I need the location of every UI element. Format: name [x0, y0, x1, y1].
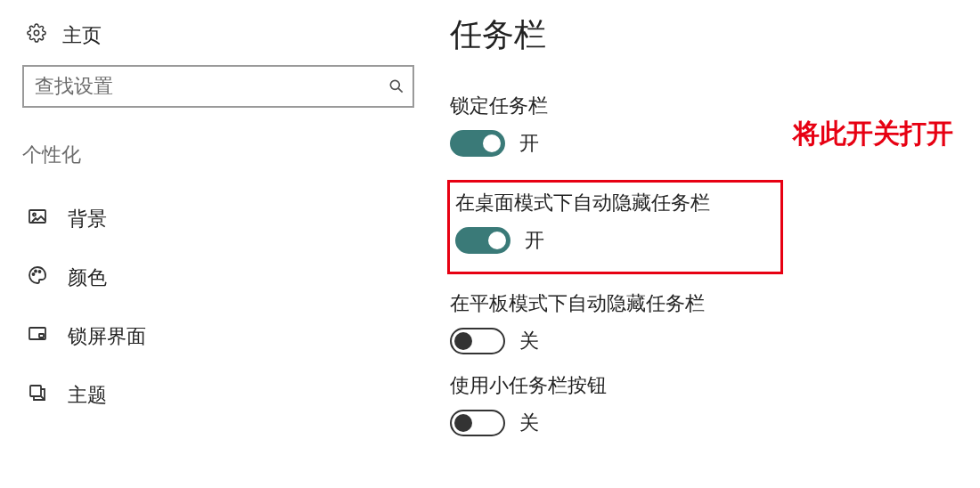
sidebar-item-label: 主题 [68, 382, 107, 409]
sidebar-item-label: 背景 [68, 206, 107, 232]
sidebar-home[interactable]: 主页 [22, 13, 410, 65]
picture-icon [27, 206, 48, 232]
toggle-lock-taskbar[interactable] [450, 130, 505, 157]
toggle-autohide-tablet[interactable] [450, 328, 505, 354]
svg-rect-9 [39, 334, 44, 338]
toggle-autohide-desktop[interactable] [455, 227, 510, 254]
toggle-small-buttons[interactable] [450, 410, 505, 436]
toggle-state-text: 关 [519, 410, 539, 436]
setting-lock-taskbar: 锁定任务栏 开 [437, 85, 768, 167]
main-content: 任务栏 将此开关打开 锁定任务栏 开 在桌面模式下自动隐藏任务栏 开 在平板模式… [437, 0, 980, 488]
toggle-state-text: 开 [525, 227, 544, 254]
sidebar-item-background[interactable]: 背景 [22, 190, 410, 248]
lockscreen-icon [27, 323, 48, 350]
settings-sidebar: 主页 个性化 背景 [0, 0, 437, 488]
themes-icon [27, 382, 48, 409]
setting-label: 锁定任务栏 [450, 93, 755, 119]
highlight-box: 在桌面模式下自动隐藏任务栏 开 [447, 180, 783, 274]
search-container [22, 65, 414, 108]
svg-point-7 [39, 271, 41, 272]
sidebar-item-lockscreen[interactable]: 锁屏界面 [22, 307, 410, 366]
annotation-text: 将此开关打开 [793, 116, 953, 152]
setting-label: 在桌面模式下自动隐藏任务栏 [455, 190, 768, 216]
setting-label: 使用小任务栏按钮 [450, 372, 755, 399]
search-icon[interactable] [388, 65, 405, 108]
sidebar-item-label: 锁屏界面 [68, 323, 146, 350]
svg-point-0 [34, 30, 39, 36]
search-input[interactable] [22, 65, 414, 108]
sidebar-item-label: 颜色 [68, 264, 107, 291]
setting-autohide-tablet: 在平板模式下自动隐藏任务栏 关 [437, 283, 768, 365]
sidebar-item-colors[interactable]: 颜色 [22, 248, 410, 307]
svg-rect-10 [30, 386, 41, 396]
svg-point-1 [390, 80, 399, 89]
sidebar-nav: 背景 颜色 锁屏界面 [22, 190, 410, 425]
setting-small-buttons: 使用小任务栏按钮 关 [437, 365, 768, 447]
setting-label: 在平板模式下自动隐藏任务栏 [450, 290, 755, 317]
toggle-state-text: 开 [519, 130, 539, 157]
sidebar-section-label: 个性化 [22, 142, 410, 168]
page-title: 任务栏 [450, 13, 980, 57]
svg-point-6 [35, 271, 37, 272]
palette-icon [27, 264, 48, 291]
gear-icon [27, 23, 46, 48]
toggle-state-text: 关 [519, 328, 539, 354]
svg-point-5 [33, 273, 35, 275]
svg-line-2 [398, 88, 403, 93]
sidebar-home-label: 主页 [62, 22, 102, 49]
setting-autohide-desktop: 在桌面模式下自动隐藏任务栏 开 [450, 186, 781, 264]
sidebar-item-themes[interactable]: 主题 [22, 366, 410, 425]
svg-point-4 [33, 214, 36, 216]
